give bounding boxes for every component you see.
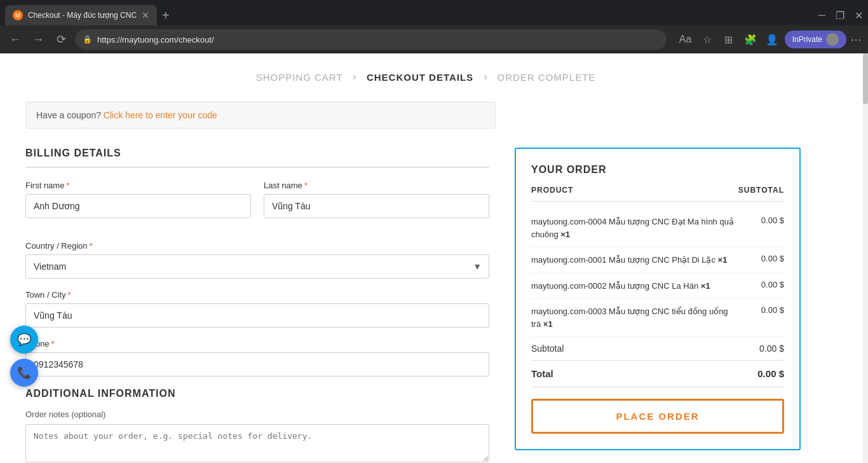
order-summary-column: YOUR ORDER PRODUCT SUBTOTAL maytuong.com… [515, 148, 801, 463]
first-name-group: First name* [25, 181, 251, 218]
last-name-input[interactable] [264, 194, 489, 218]
order-item-qty: ×1 [701, 281, 710, 291]
order-title: YOUR ORDER [531, 164, 784, 176]
inprivate-button[interactable]: InPrivate [785, 31, 846, 48]
phone-icon: 📞 [17, 366, 31, 380]
chat-float-buttons: 💬 📞 [10, 326, 38, 387]
country-label: Country / Region* [25, 241, 489, 251]
order-item-qty: ×1 [543, 319, 553, 329]
favorites-button[interactable]: ☆ [698, 31, 716, 48]
order-item: maytuong.com-0004 Mẫu tượng CNC Đạt Ma h… [531, 209, 784, 247]
profile-button[interactable]: 👤 [763, 31, 781, 48]
total-row: Total 0.00 $ [531, 361, 784, 387]
billing-title: BILLING DETAILS [25, 148, 489, 168]
name-row: First name* Last name* [25, 181, 489, 230]
coupon-prefix: Have a coupon? [36, 110, 101, 120]
url-text: https://maytuong.com/checkout/ [97, 35, 214, 45]
scrollbar[interactable] [863, 53, 868, 463]
country-required: * [90, 241, 93, 251]
reload-button[interactable]: ⟳ [52, 31, 70, 48]
phone-required: * [51, 339, 55, 349]
active-tab[interactable]: M Checkout - Máy đúc tượng CNC ✕ [5, 5, 157, 25]
checkout-steps: SHOPPING CART › CHECKOUT DETAILS › ORDER… [25, 53, 826, 102]
read-view-button[interactable]: Aa [677, 31, 695, 48]
last-name-group: Last name* [264, 181, 489, 218]
tab-title: Checkout - Máy đúc tượng CNC [28, 11, 137, 20]
back-button[interactable]: ← [6, 31, 24, 48]
order-item: maytuong.com-0001 Mẫu tượng CNC Phật Di … [531, 247, 784, 273]
forward-button[interactable]: → [29, 31, 47, 48]
phone-input[interactable] [25, 352, 489, 377]
nav-actions: Aa ☆ ⊞ 🧩 👤 InPrivate ⋯ [677, 31, 862, 48]
subtotal-label: Subtotal [531, 343, 564, 354]
coupon-bar: Have a coupon? Click here to enter your … [25, 102, 496, 128]
order-box: YOUR ORDER PRODUCT SUBTOTAL maytuong.com… [515, 148, 801, 450]
scrollbar-thumb[interactable] [863, 53, 868, 104]
total-value: 0.00 $ [757, 368, 784, 379]
inprivate-avatar [826, 33, 839, 46]
additional-title: ADDITIONAL INFORMATION [25, 388, 489, 399]
chat-icon-1: 💬 [17, 333, 31, 347]
order-item-price: 0.00 $ [761, 280, 784, 289]
town-label: Town / City* [25, 290, 489, 300]
order-item-name: maytuong.com-0001 Mẫu tượng CNC Phật Di … [531, 254, 727, 266]
collections-button[interactable]: ⊞ [720, 31, 738, 48]
order-item-qty: ×1 [718, 255, 728, 265]
page-inner: SHOPPING CART › CHECKOUT DETAILS › ORDER… [0, 53, 851, 463]
first-name-required: * [66, 181, 69, 190]
step-shopping-cart[interactable]: SHOPPING CART [256, 72, 343, 83]
close-window-button[interactable]: ✕ [855, 10, 863, 22]
order-item: maytuong.com-0002 Mẫu tượng CNC La Hán ×… [531, 273, 784, 300]
restore-button[interactable]: ❐ [836, 10, 844, 22]
tab-bar: M Checkout - Máy đúc tượng CNC ✕ + ─ ❐ ✕ [0, 0, 868, 25]
order-item-price: 0.00 $ [761, 254, 784, 263]
lock-icon: 🔒 [83, 35, 92, 44]
new-tab-button[interactable]: + [162, 8, 170, 23]
town-input[interactable] [25, 303, 489, 328]
notes-label: Order notes (optional) [25, 410, 489, 419]
main-layout: BILLING DETAILS First name* Last name* [25, 148, 826, 463]
first-name-input[interactable] [25, 194, 251, 218]
country-select[interactable]: Vietnam United States United Kingdom [25, 254, 489, 279]
subtotal-col-header: SUBTOTAL [738, 186, 784, 195]
town-required: * [68, 290, 71, 300]
first-name-label: First name* [25, 181, 251, 190]
browser-menu-button[interactable]: ⋯ [850, 32, 862, 46]
inprivate-label: InPrivate [792, 35, 822, 44]
order-table-header: PRODUCT SUBTOTAL [531, 186, 784, 202]
place-order-button[interactable]: PLACE ORDER [531, 399, 784, 434]
address-bar[interactable]: 🔒 https://maytuong.com/checkout/ [75, 29, 667, 50]
chevron-icon-2: › [484, 71, 487, 83]
coupon-link[interactable]: Click here to enter your code [104, 110, 217, 120]
order-item: maytuong.com-0003 Mẫu tượng CNC tiểu đồn… [531, 299, 784, 337]
product-col-header: PRODUCT [531, 186, 573, 195]
browser-window: M Checkout - Máy đúc tượng CNC ✕ + ─ ❐ ✕… [0, 0, 868, 463]
order-item-name: maytuong.com-0002 Mẫu tượng CNC La Hán ×… [531, 280, 710, 293]
chat-button-1[interactable]: 💬 [10, 326, 38, 354]
total-label: Total [531, 368, 553, 379]
subtotal-row: Subtotal 0.00 $ [531, 337, 784, 361]
window-controls: ─ ❐ ✕ [818, 10, 863, 22]
country-select-wrapper: Vietnam United States United Kingdom ▼ [25, 254, 489, 279]
country-group: Country / Region* Vietnam United States … [25, 241, 489, 279]
tab-close-button[interactable]: ✕ [142, 10, 149, 20]
last-name-required: * [304, 181, 308, 190]
subtotal-value: 0.00 $ [759, 343, 784, 354]
order-item-price: 0.00 $ [761, 216, 784, 225]
order-item-price: 0.00 $ [761, 305, 784, 315]
extensions-button[interactable]: 🧩 [742, 31, 759, 48]
billing-form-column: BILLING DETAILS First name* Last name* [25, 148, 489, 463]
chat-button-2[interactable]: 📞 [10, 359, 38, 387]
order-item-name: maytuong.com-0004 Mẫu tượng CNC Đạt Ma h… [531, 216, 735, 240]
step-checkout-details: CHECKOUT DETAILS [367, 72, 473, 83]
tab-favicon: M [13, 10, 23, 20]
page-content: SHOPPING CART › CHECKOUT DETAILS › ORDER… [0, 53, 868, 463]
minimize-button[interactable]: ─ [818, 10, 825, 22]
order-notes-textarea[interactable] [25, 424, 489, 462]
chevron-icon-1: › [353, 71, 356, 83]
last-name-label: Last name* [264, 181, 489, 190]
nav-bar: ← → ⟳ 🔒 https://maytuong.com/checkout/ A… [0, 25, 868, 53]
town-group: Town / City* [25, 290, 489, 328]
order-item-name: maytuong.com-0003 Mẫu tượng CNC tiểu đồn… [531, 305, 735, 330]
order-item-qty: ×1 [560, 230, 570, 239]
